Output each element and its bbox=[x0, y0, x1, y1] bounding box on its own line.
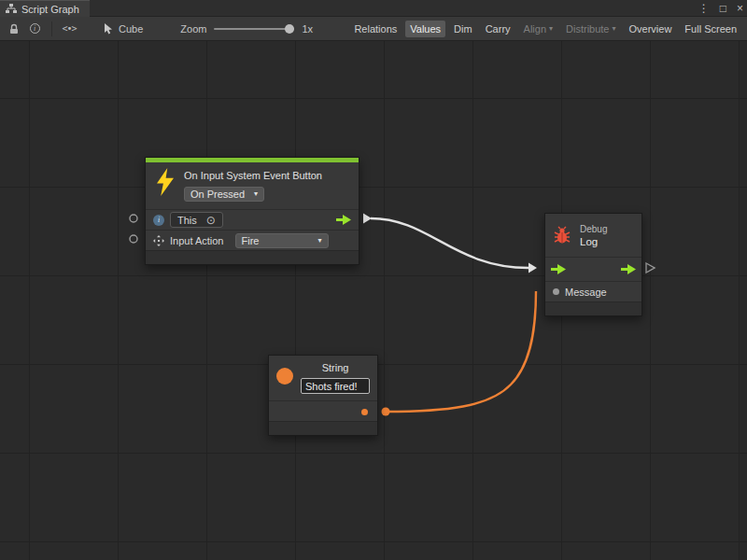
label: Overview bbox=[629, 23, 672, 35]
align-button[interactable]: Align ▾ bbox=[519, 21, 557, 37]
zoom-control: Zoom 1x bbox=[180, 23, 313, 35]
node-title: On Input System Event Button bbox=[184, 170, 351, 181]
message-input-port[interactable] bbox=[553, 288, 559, 295]
full-screen-button[interactable]: Full Screen bbox=[680, 21, 741, 37]
toolbar-divider bbox=[51, 21, 52, 36]
label: Full Screen bbox=[684, 23, 737, 35]
label: Values bbox=[410, 23, 441, 35]
string-type-icon bbox=[276, 368, 293, 385]
label: Align bbox=[524, 23, 546, 35]
event-type-dropdown[interactable]: On Pressed ▾ bbox=[184, 187, 264, 202]
control-port-row bbox=[545, 257, 641, 281]
label: On Pressed bbox=[190, 189, 245, 200]
label: Fire bbox=[242, 235, 260, 246]
control-input-port[interactable] bbox=[551, 264, 566, 274]
graph-toolbar: i <•> Cube Zoom 1x Relations Values bbox=[0, 17, 747, 41]
node-category: Debug bbox=[580, 224, 607, 234]
control-output-port[interactable] bbox=[621, 264, 636, 274]
close-icon[interactable]: × bbox=[737, 0, 743, 17]
port-row-input-action: Input Action Fire ▾ bbox=[146, 230, 359, 250]
pointer-icon bbox=[104, 23, 114, 35]
node-header: Debug Log bbox=[545, 214, 641, 257]
carry-button[interactable]: Carry bbox=[481, 21, 515, 37]
node-string-literal[interactable]: String bbox=[268, 355, 378, 436]
maximize-icon[interactable]: □ bbox=[720, 0, 726, 17]
node-footer bbox=[545, 301, 641, 315]
graph-object-label: Cube bbox=[119, 23, 143, 35]
window-controls: ⋮ □ × bbox=[698, 0, 743, 17]
node-debug-log[interactable]: Debug Log Message bbox=[544, 213, 642, 316]
graph-object-selector[interactable]: Cube bbox=[104, 23, 143, 35]
label: Input Action bbox=[170, 235, 224, 246]
node-on-input-system-event-button[interactable]: On Input System Event Button On Pressed … bbox=[145, 157, 359, 265]
node-footer bbox=[146, 250, 359, 264]
string-value-input[interactable] bbox=[301, 378, 370, 394]
lightning-bolt-icon bbox=[155, 168, 176, 196]
label: This bbox=[177, 215, 197, 226]
label: Distribute bbox=[566, 23, 609, 35]
title-bar: Script Graph ⋮ □ × bbox=[0, 0, 747, 17]
relations-button[interactable]: Relations bbox=[349, 21, 402, 37]
chevron-down-icon: ▾ bbox=[549, 25, 553, 33]
output-port-row bbox=[269, 400, 377, 421]
label: Dim bbox=[454, 23, 472, 35]
string-output-port[interactable] bbox=[361, 409, 368, 415]
graph-icon bbox=[6, 4, 17, 14]
tab-title: Script Graph bbox=[21, 4, 79, 15]
zoom-scale-value: 1x bbox=[302, 23, 313, 35]
zoom-slider-handle[interactable] bbox=[285, 24, 294, 34]
lock-icon[interactable] bbox=[4, 20, 24, 38]
zoom-label: Zoom bbox=[180, 23, 206, 35]
node-header: On Input System Event Button On Pressed … bbox=[146, 162, 359, 209]
control-output-port[interactable] bbox=[336, 215, 351, 225]
chevron-down-icon: ▾ bbox=[254, 190, 258, 198]
label: Relations bbox=[354, 23, 397, 35]
toolbar-right-buttons: Relations Values Dim Carry Align ▾ Distr… bbox=[349, 21, 743, 37]
port-row-this: i This ⊙ bbox=[146, 209, 359, 230]
overview-button[interactable]: Overview bbox=[625, 21, 677, 37]
label: Carry bbox=[486, 23, 511, 35]
zoom-slider[interactable] bbox=[214, 28, 294, 30]
info-icon[interactable]: i bbox=[24, 20, 45, 38]
label: Message bbox=[565, 287, 607, 298]
node-header: String bbox=[269, 356, 377, 400]
code-view-icon[interactable]: <•> bbox=[59, 20, 79, 38]
dim-button[interactable]: Dim bbox=[449, 21, 477, 37]
distribute-button[interactable]: Distribute ▾ bbox=[561, 21, 620, 37]
input-action-dropdown[interactable]: Fire ▾ bbox=[235, 233, 329, 248]
chevron-down-icon: ▾ bbox=[317, 237, 321, 245]
node-title: Log bbox=[580, 236, 607, 247]
node-title: String bbox=[301, 362, 370, 373]
unity-script-graph-window: Script Graph ⋮ □ × i <•> Cube bbox=[0, 0, 747, 560]
bug-icon bbox=[553, 226, 571, 245]
tab-script-graph[interactable]: Script Graph bbox=[0, 0, 90, 17]
values-button[interactable]: Values bbox=[405, 21, 445, 37]
info-icon: i bbox=[153, 215, 164, 226]
chevron-down-icon: ▾ bbox=[613, 25, 616, 33]
input-action-icon bbox=[153, 235, 164, 246]
object-picker-icon[interactable]: ⊙ bbox=[206, 215, 216, 226]
port-row-message: Message bbox=[545, 281, 641, 301]
node-footer bbox=[269, 421, 377, 435]
this-object-field[interactable]: This ⊙ bbox=[170, 212, 223, 228]
window-menu-icon[interactable]: ⋮ bbox=[698, 0, 710, 17]
